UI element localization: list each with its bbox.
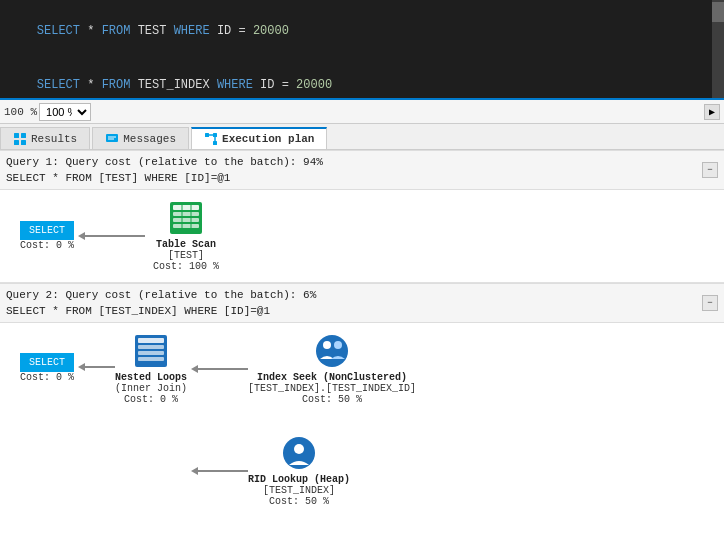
grid-icon (13, 132, 27, 146)
query2-connector3 (198, 470, 248, 472)
query2-select-label: SELECT (20, 353, 74, 372)
query2-arrow1-head (78, 363, 85, 371)
query2-branch-top: Index Seek (NonClustered) [TEST_INDEX].[… (191, 333, 416, 405)
tab-messages[interactable]: Messages (92, 127, 189, 149)
query2-ridlookup-table: [TEST_INDEX] (248, 485, 350, 496)
query1-sql-label: SELECT * FROM [TEST] WHERE [ID]=@1 (6, 170, 323, 186)
query2-nestedloops-sub: (Inner Join) (115, 383, 187, 394)
query2-sql-label: SELECT * FROM [TEST_INDEX] WHERE [ID]=@1 (6, 303, 316, 319)
query2-select-cost: Cost: 0 % (20, 372, 74, 383)
zoom-label: 100 % (4, 106, 37, 118)
svg-rect-7 (205, 133, 209, 137)
svg-rect-21 (138, 345, 164, 349)
query1-tablescan-label: Table Scan (153, 239, 219, 250)
svg-rect-22 (138, 351, 164, 355)
tab-messages-label: Messages (123, 133, 176, 145)
table-scan-icon (168, 200, 204, 236)
query2-indexseek-node: Index Seek (NonClustered) [TEST_INDEX].[… (248, 333, 416, 405)
query1-tablescan-node: Table Scan [TEST] Cost: 100 % (153, 200, 219, 272)
query2-arrow3-head (191, 467, 198, 475)
query2-nestedloops-cost: Cost: 0 % (115, 394, 187, 405)
message-icon (105, 132, 119, 146)
query2-connector1 (85, 366, 115, 368)
toolbar: 100 % 100 % 75 % 50 % 150 % 200 % ▶ (0, 100, 724, 124)
query2-indexseek-label: Index Seek (NonClustered) (248, 372, 416, 383)
query2-arrow1 (78, 363, 115, 371)
query2-arrow2 (191, 365, 248, 373)
svg-rect-20 (138, 338, 164, 343)
tab-execution-plan[interactable]: Execution plan (191, 127, 327, 149)
query1-diagram: SELECT Cost: 0 % (0, 190, 724, 282)
sql-line-2: SELECT * FROM TEST_INDEX WHERE ID = 2000… (8, 58, 716, 100)
query1-connector (85, 235, 145, 237)
query1-header: Query 1: Query cost (relative to the bat… (0, 150, 724, 190)
query2-collapse-button[interactable]: − (702, 295, 718, 311)
svg-point-24 (316, 335, 348, 367)
query1-select-label: SELECT (20, 221, 74, 240)
svg-rect-15 (173, 218, 199, 222)
query2-ridlookup-cost: Cost: 50 % (248, 496, 350, 507)
query1-tablescan-cost: Cost: 100 % (153, 261, 219, 272)
query2-nestedloops-label: Nested Loops (115, 372, 187, 383)
scroll-right-button[interactable]: ▶ (704, 104, 720, 120)
svg-rect-16 (173, 224, 199, 228)
query2-nestedloops-node: Nested Loops (Inner Join) Cost: 0 % (115, 333, 187, 405)
vertical-scrollbar[interactable] (712, 0, 724, 98)
svg-rect-4 (106, 134, 118, 142)
svg-rect-1 (21, 133, 26, 138)
query2-connector2 (198, 368, 248, 370)
query2-diagram: SELECT Cost: 0 % (0, 323, 724, 517)
query2-ridlookup-node: RID Lookup (Heap) [TEST_INDEX] Cost: 50 … (248, 435, 350, 507)
svg-rect-9 (213, 141, 217, 145)
zoom-select[interactable]: 100 % 75 % 50 % 150 % 200 % (39, 103, 91, 121)
tab-results-label: Results (31, 133, 77, 145)
svg-rect-14 (173, 212, 199, 216)
query2-select-node: SELECT Cost: 0 % (20, 353, 74, 383)
sql-editor[interactable]: SELECT * FROM TEST WHERE ID = 20000 SELE… (0, 0, 724, 100)
nested-loops-icon (133, 333, 169, 369)
svg-rect-8 (213, 133, 217, 137)
query2-arrow3 (191, 467, 248, 475)
query1-header-text: Query 1: Query cost (relative to the bat… (6, 154, 323, 186)
tab-results[interactable]: Results (0, 127, 90, 149)
index-seek-icon (314, 333, 350, 369)
svg-rect-3 (21, 140, 26, 145)
results-area[interactable]: Query 1: Query cost (relative to the bat… (0, 150, 724, 549)
sql-line-1: SELECT * FROM TEST WHERE ID = 20000 (8, 4, 716, 58)
rid-lookup-icon (281, 435, 317, 471)
svg-point-28 (294, 444, 304, 454)
query2-branch-bottom: RID Lookup (Heap) [TEST_INDEX] Cost: 50 … (191, 435, 416, 507)
query2-indexseek-table: [TEST_INDEX].[TEST_INDEX_ID] (248, 383, 416, 394)
query2-cost-label: Query 2: Query cost (relative to the bat… (6, 287, 316, 303)
query1-arrow (78, 232, 145, 240)
query1-panel: Query 1: Query cost (relative to the bat… (0, 150, 724, 282)
svg-rect-23 (138, 357, 164, 361)
svg-rect-2 (14, 140, 19, 145)
query1-select-node: SELECT Cost: 0 % (20, 221, 74, 251)
scrollbar-thumb[interactable] (712, 2, 724, 22)
query2-panel: Query 2: Query cost (relative to the bat… (0, 283, 724, 517)
svg-rect-0 (14, 133, 19, 138)
query2-header: Query 2: Query cost (relative to the bat… (0, 283, 724, 323)
svg-rect-13 (173, 205, 199, 210)
query1-arrow-head (78, 232, 85, 240)
query2-ridlookup-label: RID Lookup (Heap) (248, 474, 350, 485)
tabs-bar: Results Messages Execution plan (0, 124, 724, 150)
query2-indexseek-cost: Cost: 50 % (248, 394, 416, 405)
query2-layout: SELECT Cost: 0 % (20, 333, 704, 507)
query1-tablescan-table: [TEST] (153, 250, 219, 261)
query1-select-cost: Cost: 0 % (20, 240, 74, 251)
query2-arrow2-head (191, 365, 198, 373)
query1-cost-label: Query 1: Query cost (relative to the bat… (6, 154, 323, 170)
query2-header-text: Query 2: Query cost (relative to the bat… (6, 287, 316, 319)
query1-collapse-button[interactable]: − (702, 162, 718, 178)
svg-point-25 (323, 341, 331, 349)
query2-branches: Index Seek (NonClustered) [TEST_INDEX].[… (191, 333, 416, 507)
svg-point-26 (334, 341, 342, 349)
tab-execution-plan-label: Execution plan (222, 133, 314, 145)
plan-icon (204, 132, 218, 146)
